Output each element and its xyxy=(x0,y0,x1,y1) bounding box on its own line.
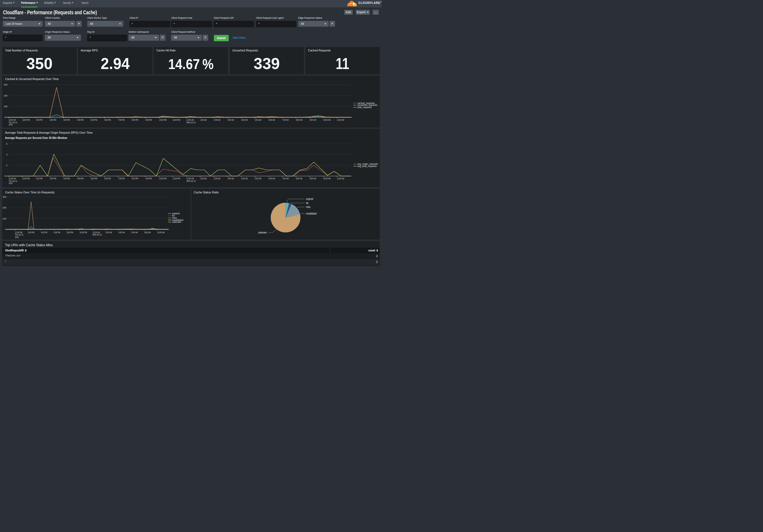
svg-text:8:00 AM: 8:00 AM xyxy=(144,231,151,234)
svg-text:5:00 AM: 5:00 AM xyxy=(255,119,261,121)
svg-text:1:00 PM: 1:00 PM xyxy=(36,119,43,121)
svg-text:7:00 PM: 7:00 PM xyxy=(118,119,124,121)
svg-text:10:00 AM: 10:00 AM xyxy=(323,119,331,121)
svg-text:6:00 PM: 6:00 PM xyxy=(104,177,111,180)
svg-text:8:00 AM: 8:00 AM xyxy=(296,177,302,180)
svg-text:100: 100 xyxy=(3,217,7,220)
svg-text:200: 200 xyxy=(3,206,7,209)
svg-text:8:00 PM: 8:00 PM xyxy=(66,231,73,234)
svg-text:5:00 PM: 5:00 PM xyxy=(91,177,97,180)
svg-text:10:00 PM: 10:00 PM xyxy=(79,231,87,234)
svg-text:6: 6 xyxy=(6,142,8,145)
svg-text:12:00 PM: 12:00 PM xyxy=(22,177,30,180)
svg-text:4:00 PM: 4:00 PM xyxy=(77,119,83,121)
svg-text:3:00 AM: 3:00 AM xyxy=(228,177,234,180)
svg-text:4:00 PM: 4:00 PM xyxy=(77,177,83,180)
svg-text:6:00 AM: 6:00 AM xyxy=(269,119,275,121)
svg-text:2:00 AM: 2:00 AM xyxy=(105,231,112,234)
svg-text:11:00 AM: 11:00 AM xyxy=(337,119,344,121)
svg-text:7:00 PM: 7:00 PM xyxy=(118,177,124,180)
svg-text:2: 2 xyxy=(6,164,8,167)
svg-text:9:00 PM: 9:00 PM xyxy=(145,119,152,121)
svg-text:11:00 AM: 11:00 AM xyxy=(337,177,344,180)
svg-text:2:00 AM: 2:00 AM xyxy=(214,119,220,121)
svg-text:9:00 PM: 9:00 PM xyxy=(145,177,152,180)
svg-text:1:00 PM: 1:00 PM xyxy=(36,177,43,180)
svg-text:5:00 PM: 5:00 PM xyxy=(91,119,97,121)
svg-text:300: 300 xyxy=(4,83,8,86)
svg-text:2:00 PM: 2:00 PM xyxy=(28,231,34,234)
svg-text:12:00 PM: 12:00 PM xyxy=(22,119,30,121)
svg-text:revalidated: revalidated xyxy=(306,212,317,215)
svg-text:unknown: unknown xyxy=(172,220,181,223)
svg-text:4: 4 xyxy=(6,153,8,156)
svg-text:6:00 AM: 6:00 AM xyxy=(269,177,275,180)
svg-text:1:00 AM: 1:00 AM xyxy=(200,119,206,121)
svg-text:6:00 AM: 6:00 AM xyxy=(131,231,138,234)
svg-text:3:00 PM: 3:00 PM xyxy=(63,177,70,180)
svg-text:5:00 AM: 5:00 AM xyxy=(255,177,261,180)
svg-text:4:00 AM: 4:00 AM xyxy=(241,119,248,121)
svg-text:3:00 PM: 3:00 PM xyxy=(63,119,70,121)
svg-text:2:00 PM: 2:00 PM xyxy=(50,177,56,180)
svg-text:10:00 AM: 10:00 AM xyxy=(323,177,331,180)
svg-text:8:00 PM: 8:00 PM xyxy=(132,119,138,121)
svg-text:unknown: unknown xyxy=(258,231,267,234)
svg-text:7:00 AM: 7:00 AM xyxy=(282,119,288,121)
svg-text:total_requests: total_requests xyxy=(357,106,372,109)
svg-text:Wed Jun 12: Wed Jun 12 xyxy=(187,121,196,124)
svg-text:Wed Jun 12: Wed Jun 12 xyxy=(187,180,196,182)
svg-text:6:00 PM: 6:00 PM xyxy=(104,119,111,121)
svg-text:200: 200 xyxy=(4,94,8,97)
svg-text:10:00 PM: 10:00 PM xyxy=(159,119,166,121)
svg-text:4:00 PM: 4:00 PM xyxy=(41,231,47,234)
svg-text:Wed Jun 12: Wed Jun 12 xyxy=(92,233,102,236)
svg-text:9:00 AM: 9:00 AM xyxy=(310,177,316,180)
svg-text:8:00 PM: 8:00 PM xyxy=(132,177,138,180)
svg-text:4:00 AM: 4:00 AM xyxy=(241,177,248,180)
svg-text:2:00 AM: 2:00 AM xyxy=(214,177,220,180)
svg-text:2:00 PM: 2:00 PM xyxy=(50,119,56,121)
svg-text:avg_total_requests: avg_total_requests xyxy=(357,164,377,167)
svg-text:8:00 AM: 8:00 AM xyxy=(296,119,302,121)
svg-text:11:00 PM: 11:00 PM xyxy=(173,119,180,121)
svg-text:2019: 2019 xyxy=(9,182,12,185)
svg-text:11:00 PM: 11:00 PM xyxy=(173,177,180,180)
svg-text:300: 300 xyxy=(3,195,7,198)
svg-text:4:00 AM: 4:00 AM xyxy=(118,231,125,234)
svg-text:7:00 AM: 7:00 AM xyxy=(282,177,288,180)
svg-text:6:00 PM: 6:00 PM xyxy=(54,231,60,234)
svg-text:hit: hit xyxy=(306,202,308,205)
svg-text:miss: miss xyxy=(306,206,310,209)
svg-text:2019: 2019 xyxy=(9,123,12,126)
svg-text:10:00 AM: 10:00 AM xyxy=(157,231,164,234)
svg-text:2019: 2019 xyxy=(15,236,19,238)
svg-text:100: 100 xyxy=(4,105,8,108)
svg-text:9:00 AM: 9:00 AM xyxy=(310,119,316,121)
svg-text:3:00 AM: 3:00 AM xyxy=(228,119,234,121)
svg-text:1:00 AM: 1:00 AM xyxy=(200,177,206,180)
svg-text:expired: expired xyxy=(306,198,313,201)
svg-text:10:00 PM: 10:00 PM xyxy=(159,177,166,180)
